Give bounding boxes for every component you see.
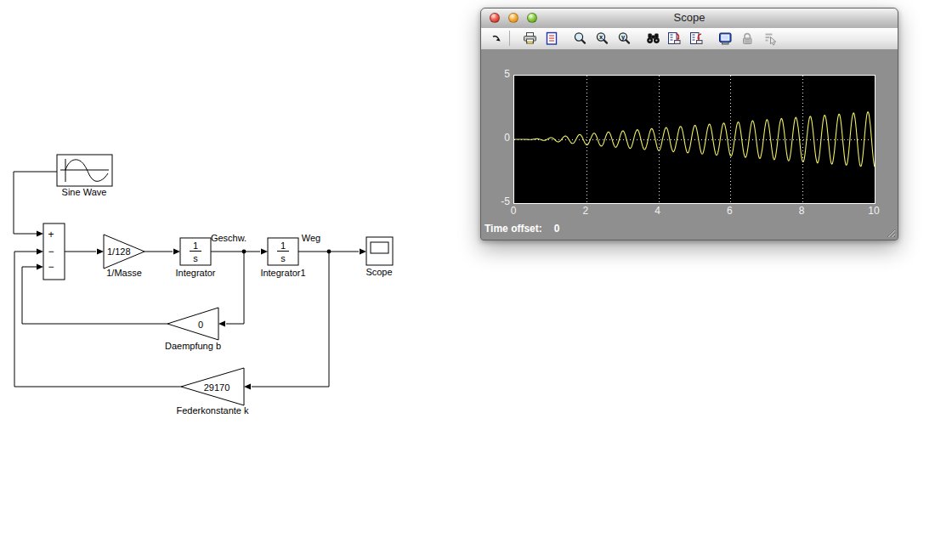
gain-mass-block[interactable]: 1/128: [104, 235, 144, 269]
signal-label-weg: Weg: [302, 233, 320, 243]
gain-damping-block[interactable]: 0: [167, 308, 218, 340]
time-offset-label: Time offset:: [484, 223, 542, 235]
scope-toolbar: x y: [481, 28, 898, 50]
zoom-y-icon[interactable]: y: [616, 31, 632, 47]
scope-window: Scope: [480, 8, 898, 240]
signal-label-geschw: Geschw.: [211, 233, 246, 243]
branch-dot: [327, 250, 332, 254]
y-tick-label: -5: [488, 195, 510, 207]
wires: [14, 172, 366, 390]
y-tick-label: 0: [488, 132, 510, 144]
time-offset-status: Time offset:0: [484, 223, 559, 235]
sine-wave-block[interactable]: [57, 155, 112, 186]
integrator-block[interactable]: 1 s: [180, 238, 211, 265]
gain-damping-value: 0: [198, 320, 203, 330]
simulink-diagram: Sine Wave + − − 1/128 1/Masse 1 s Integr…: [0, 0, 459, 459]
signal-selection-icon[interactable]: [762, 31, 779, 47]
scope-block[interactable]: [366, 237, 393, 265]
x-tick-label: 0: [511, 205, 517, 217]
resize-grip[interactable]: [885, 227, 896, 238]
sum-sign-minus-2: −: [48, 261, 54, 273]
zoom-x-icon[interactable]: x: [594, 31, 610, 47]
gain-mass-value: 1/128: [107, 246, 131, 257]
x-tick-label: 8: [799, 205, 805, 217]
x-tick-label: 2: [582, 205, 588, 217]
desktop: Sine Wave + − − 1/128 1/Masse 1 s Integr…: [0, 0, 952, 560]
integrator-denominator: s: [193, 253, 198, 263]
print-icon[interactable]: [522, 31, 538, 47]
sine-wave-label: Sine Wave: [62, 187, 107, 197]
y-tick-label: 5: [488, 68, 510, 80]
integrator1-denominator: s: [280, 253, 286, 263]
zoom-icon[interactable]: [572, 31, 588, 47]
scope-titlebar[interactable]: Scope: [481, 8, 898, 29]
window-title: Scope: [481, 11, 898, 24]
restore-axes-icon[interactable]: [688, 31, 705, 47]
integrator1-label: Integrator1: [260, 268, 305, 278]
sum-sign-plus: +: [48, 229, 54, 240]
scope-plot-area[interactable]: [513, 75, 876, 204]
x-tick-label: 4: [654, 205, 660, 217]
sum-block[interactable]: + − −: [43, 223, 65, 280]
gain-spring-value: 29170: [204, 382, 230, 393]
autoscale-icon[interactable]: [645, 31, 661, 47]
gain-mass-label: 1/Masse: [106, 268, 142, 278]
x-tick-label: 10: [868, 205, 879, 217]
scope-body: -505 0246810 Time offset:0: [481, 49, 898, 240]
branch-dot: [242, 250, 246, 254]
back-arrow-icon[interactable]: [489, 31, 505, 47]
parameters-icon[interactable]: [543, 31, 559, 47]
integrator-label: Integrator: [175, 268, 215, 278]
integrator1-numerator: 1: [280, 240, 286, 251]
integrator1-block[interactable]: 1 s: [268, 238, 298, 265]
gridline-horizontal: [514, 139, 875, 140]
toolbar-divider: [509, 31, 510, 46]
gain-spring-label: Federkonstante k: [177, 405, 249, 416]
save-axes-icon[interactable]: [666, 31, 683, 47]
scope-block-label: Scope: [366, 267, 392, 277]
scope-screen-icon: [371, 242, 388, 253]
gain-spring-block[interactable]: 29170: [181, 368, 244, 405]
time-offset-value: 0: [554, 223, 560, 235]
integrator-numerator: 1: [193, 240, 198, 251]
gain-damping-label: Daempfung b: [165, 341, 221, 351]
lock-axes-icon[interactable]: [740, 31, 756, 47]
x-tick-label: 6: [727, 205, 733, 217]
sum-sign-minus-1: −: [48, 246, 54, 257]
floating-scope-icon[interactable]: [717, 31, 734, 47]
